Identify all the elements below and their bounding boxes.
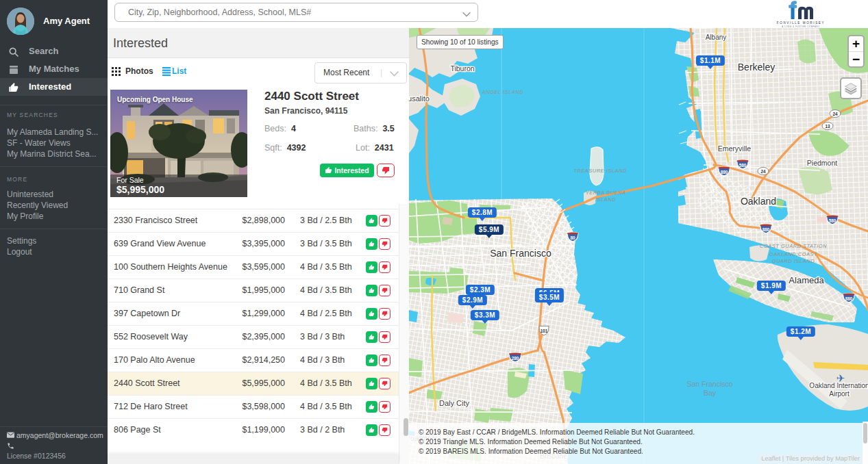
svg-text:TREASURE ISLAND: TREASURE ISLAND: [573, 168, 627, 174]
svg-text:San Francisco: San Francisco: [490, 248, 551, 259]
svg-text:Daly City: Daly City: [439, 399, 470, 407]
svg-text:Piedmont: Piedmont: [807, 159, 837, 167]
svg-text:ANGEL ISLAND: ANGEL ISLAND: [482, 89, 524, 95]
svg-text:ISLAND: ISLAND: [595, 196, 616, 203]
svg-text:580: 580: [829, 218, 836, 223]
svg-text:880: 880: [721, 170, 728, 175]
svg-text:24: 24: [832, 112, 838, 116]
svg-text:880: 880: [762, 227, 770, 232]
svg-text:FONVILLE MORISEY: FONVILLE MORISEY: [777, 21, 825, 25]
svg-text:880: 880: [845, 296, 853, 301]
svg-text:usalito: usalito: [409, 94, 430, 103]
svg-text:Berkeley: Berkeley: [738, 62, 775, 73]
svg-text:Oakland: Oakland: [741, 196, 776, 207]
svg-text:Albany: Albany: [706, 34, 727, 41]
svg-text:80: 80: [570, 235, 575, 240]
svg-text:San Francisco: San Francisco: [686, 380, 732, 388]
svg-text:24: 24: [760, 169, 766, 174]
svg-text:101: 101: [541, 328, 548, 333]
svg-text:Airport: Airport: [829, 390, 850, 398]
svg-text:A LONG & FOSTER COMPANY: A LONG & FOSTER COMPANY: [782, 25, 819, 28]
svg-text:COAST GUARD STATION: COAST GUARD STATION: [760, 243, 827, 249]
svg-text:YERBA BUENA: YERBA BUENA: [586, 190, 626, 196]
svg-text:580: 580: [739, 163, 747, 168]
svg-text:Tiburon: Tiburon: [450, 64, 474, 73]
svg-text:Alameda: Alameda: [789, 275, 824, 285]
svg-text:GUARD ISLAND: GUARD ISLAND: [772, 258, 815, 264]
svg-text:13: 13: [825, 124, 830, 129]
svg-text:Emeryville: Emeryville: [718, 144, 752, 153]
svg-text:280: 280: [512, 356, 519, 361]
svg-text:Bay: Bay: [704, 389, 717, 397]
svg-text:OAKLAND;COAST: OAKLAND;COAST: [769, 251, 818, 257]
svg-text:✈: ✈: [836, 372, 845, 384]
